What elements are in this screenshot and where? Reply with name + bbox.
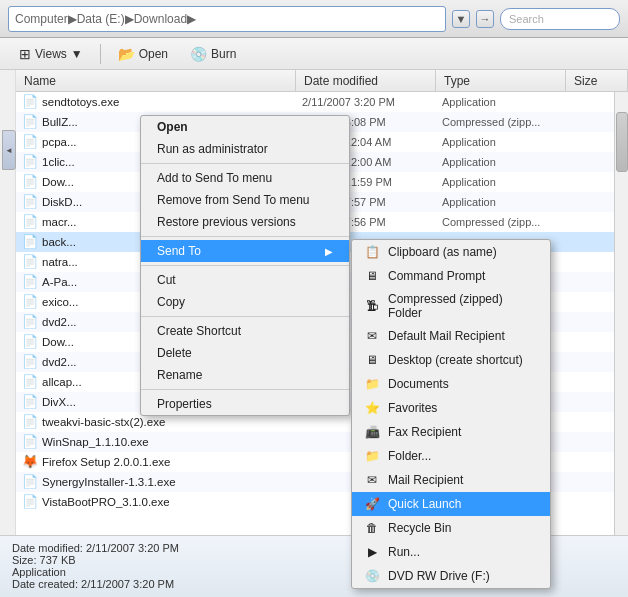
ctx-item-delete[interactable]: Delete: [141, 342, 349, 364]
context-menu: Open Run as administrator Add to Send To…: [140, 115, 350, 416]
submenu-item-documents[interactable]: 📁 Documents: [352, 372, 550, 396]
ctx-item-properties[interactable]: Properties: [141, 393, 349, 415]
submenu-item-cmdprompt[interactable]: 🖥 Command Prompt: [352, 264, 550, 288]
quicklaunch-icon: 🚀: [364, 496, 380, 512]
folder-icon: 📁: [364, 448, 380, 464]
search-box[interactable]: Search: [500, 8, 620, 30]
ctx-item-run-admin[interactable]: Run as administrator: [141, 138, 349, 160]
compressed-icon: 🗜: [364, 298, 380, 314]
file-icon: 📄: [22, 154, 38, 169]
file-icon: 📄: [22, 474, 38, 489]
file-icon: 📄: [22, 254, 38, 269]
ctx-item-create-shortcut[interactable]: Create Shortcut: [141, 320, 349, 342]
address-dropdown[interactable]: ▼: [452, 10, 470, 28]
file-icon: 📄: [22, 234, 38, 249]
address-refresh[interactable]: →: [476, 10, 494, 28]
file-icon: 📄: [22, 274, 38, 289]
fax-icon: 📠: [364, 424, 380, 440]
burn-icon: 💿: [190, 46, 207, 62]
ctx-separator: [141, 316, 349, 317]
submenu-item-clipboard[interactable]: 📋 Clipboard (as name): [352, 240, 550, 264]
ctx-separator: [141, 265, 349, 266]
ctx-item-add-sendto[interactable]: Add to Send To menu: [141, 167, 349, 189]
col-header-type[interactable]: Type: [436, 70, 566, 91]
ctx-item-cut[interactable]: Cut: [141, 269, 349, 291]
ctx-item-remove-sendto[interactable]: Remove from Send To menu: [141, 189, 349, 211]
mail-recipient-icon: ✉: [364, 472, 380, 488]
sendto-submenu: 📋 Clipboard (as name) 🖥 Command Prompt 🗜…: [351, 239, 551, 589]
recycle-icon: 🗑: [364, 520, 380, 536]
favorites-icon: ⭐: [364, 400, 380, 416]
col-header-size[interactable]: Size: [566, 70, 628, 91]
column-header: Name Date modified Type Size: [16, 70, 628, 92]
desktop-icon: 🖥: [364, 352, 380, 368]
burn-label: Burn: [211, 47, 236, 61]
documents-icon: 📁: [364, 376, 380, 392]
clipboard-icon: 📋: [364, 244, 380, 260]
open-button[interactable]: 📂 Open: [109, 43, 177, 65]
ctx-item-rename[interactable]: Rename: [141, 364, 349, 386]
file-icon: 📄: [22, 374, 38, 389]
submenu-item-compressed[interactable]: 🗜 Compressed (zipped) Folder: [352, 288, 550, 324]
submenu-item-mail-recipient[interactable]: ✉ Mail Recipient: [352, 468, 550, 492]
file-icon: 📄: [22, 174, 38, 189]
file-icon: 📄: [22, 434, 38, 449]
file-icon: 📄: [22, 394, 38, 409]
scrollbar-thumb[interactable]: [616, 112, 628, 172]
submenu-item-run[interactable]: ▶ Run...: [352, 540, 550, 564]
table-row[interactable]: 📄sendtotoys.exe 2/11/2007 3:20 PM Applic…: [16, 92, 628, 112]
run-icon: ▶: [364, 544, 380, 560]
submenu-arrow-icon: ▶: [325, 246, 333, 257]
file-icon: 📄: [22, 294, 38, 309]
ctx-separator: [141, 389, 349, 390]
sidebar-toggle[interactable]: ◄: [2, 130, 16, 170]
burn-button[interactable]: 💿 Burn: [181, 43, 245, 65]
submenu-item-desktop[interactable]: 🖥 Desktop (create shortcut): [352, 348, 550, 372]
scrollbar[interactable]: [614, 92, 628, 597]
file-icon: 📄: [22, 214, 38, 229]
submenu-item-mail-default[interactable]: ✉ Default Mail Recipient: [352, 324, 550, 348]
views-icon: ⊞: [19, 46, 31, 62]
submenu-item-folder[interactable]: 📁 Folder...: [352, 444, 550, 468]
file-icon: 📄: [22, 354, 38, 369]
ctx-separator: [141, 236, 349, 237]
submenu-item-quicklaunch[interactable]: 🚀 Quick Launch: [352, 492, 550, 516]
mail-icon: ✉: [364, 328, 380, 344]
toolbar: ⊞ Views ▼ 📂 Open 💿 Burn: [0, 38, 628, 70]
file-icon: 🦊: [22, 454, 38, 469]
address-bar: Computer ▶ Data (E:) ▶ Download ▶ ▼ → Se…: [0, 0, 628, 38]
dvd-icon: 💿: [364, 568, 380, 584]
path-computer: Computer: [15, 12, 68, 26]
submenu-item-fax[interactable]: 📠 Fax Recipient: [352, 420, 550, 444]
submenu-item-recycle[interactable]: 🗑 Recycle Bin: [352, 516, 550, 540]
ctx-item-copy[interactable]: Copy: [141, 291, 349, 313]
file-icon: 📄: [22, 334, 38, 349]
col-header-name[interactable]: Name: [16, 70, 296, 91]
path-folder: Download: [134, 12, 187, 26]
submenu-item-dvd[interactable]: 💿 DVD RW Drive (F:): [352, 564, 550, 588]
open-label: Open: [139, 47, 168, 61]
file-icon: 📄: [22, 494, 38, 509]
submenu-item-favorites[interactable]: ⭐ Favorites: [352, 396, 550, 420]
toolbar-separator-1: [100, 44, 101, 64]
search-placeholder: Search: [509, 13, 544, 25]
file-icon: 📄: [22, 114, 38, 129]
address-path[interactable]: Computer ▶ Data (E:) ▶ Download ▶: [8, 6, 446, 32]
file-icon: 📄: [22, 194, 38, 209]
path-drive: Data (E:): [77, 12, 125, 26]
ctx-item-restore[interactable]: Restore previous versions: [141, 211, 349, 233]
views-label: Views: [35, 47, 67, 61]
col-header-date[interactable]: Date modified: [296, 70, 436, 91]
views-button[interactable]: ⊞ Views ▼: [10, 43, 92, 65]
open-icon: 📂: [118, 46, 135, 62]
file-icon: 📄: [22, 414, 38, 429]
ctx-separator: [141, 163, 349, 164]
views-arrow: ▼: [71, 47, 83, 61]
file-icon: 📄: [22, 134, 38, 149]
file-icon: 📄: [22, 314, 38, 329]
ctx-item-open[interactable]: Open: [141, 116, 349, 138]
left-sidebar: ◄: [0, 70, 16, 597]
ctx-item-sendto[interactable]: Send To ▶ 📋 Clipboard (as name) 🖥 Comman…: [141, 240, 349, 262]
file-icon: 📄: [22, 94, 38, 109]
cmdprompt-icon: 🖥: [364, 268, 380, 284]
